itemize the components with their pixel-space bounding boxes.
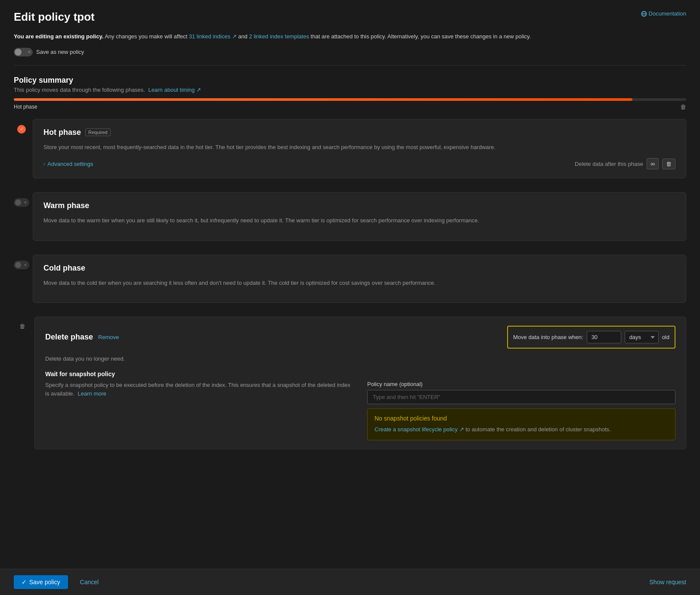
snapshot-left: Specify a snapshot policy to be executed… bbox=[45, 381, 353, 405]
linked-templates-link[interactable]: 2 linked index templates bbox=[249, 33, 310, 40]
infinity-button[interactable]: ∞ bbox=[647, 158, 659, 169]
policy-name-input[interactable] bbox=[367, 390, 675, 404]
linked-indices-link[interactable]: 31 linked indices ↗ bbox=[189, 33, 238, 40]
warm-phase-side: ✕ bbox=[14, 192, 29, 207]
hot-phase-title-row: Hot phase Required bbox=[43, 128, 111, 137]
warm-phase-description: Move data to the warm tier when you are … bbox=[43, 216, 675, 225]
warning-bold: You are editing an existing policy. bbox=[14, 33, 103, 40]
no-snapshot-desc: Create a snapshot lifecycle policy ↗ to … bbox=[375, 425, 668, 434]
snapshot-content-row: Specify a snapshot policy to be executed… bbox=[45, 381, 675, 440]
doc-link-text: Documentation bbox=[649, 10, 686, 17]
save-new-policy-toggle[interactable]: ✕ bbox=[14, 48, 33, 56]
delete-phase-header: Delete phase Remove Move data into phase… bbox=[45, 326, 675, 349]
snapshot-right: Policy name (optional) No snapshot polic… bbox=[367, 381, 675, 440]
learn-timing-link[interactable]: Learn about timing ↗ bbox=[149, 87, 201, 93]
progress-bar-fill bbox=[14, 98, 632, 101]
save-new-label: Save as new policy bbox=[36, 49, 84, 55]
main-content: Edit policy tpot Documentation You are e… bbox=[0, 0, 700, 569]
warm-toggle-x-icon: ✕ bbox=[24, 200, 27, 205]
cold-phase-title-row: Cold phase bbox=[43, 264, 85, 273]
remove-link[interactable]: Remove bbox=[98, 334, 119, 340]
warm-phase-header: Warm phase bbox=[43, 201, 675, 210]
delete-after-row: Delete data after this phase ∞ 🗑 bbox=[575, 158, 675, 169]
snapshot-desc: Specify a snapshot policy to be executed… bbox=[45, 381, 353, 398]
delete-phase-title-row: Delete phase Remove bbox=[45, 333, 119, 342]
globe-icon bbox=[641, 11, 647, 17]
snapshot-policy-section: Wait for snapshot policy Specify a snaps… bbox=[45, 371, 675, 440]
footer-bar: ✓ Save policy Cancel Show request bbox=[0, 569, 700, 595]
advanced-settings-button[interactable]: › Advanced settings bbox=[43, 161, 93, 167]
phase-label-row: Hot phase 🗑 bbox=[14, 103, 686, 110]
delete-progress-icon[interactable]: 🗑 bbox=[680, 103, 686, 110]
cancel-button[interactable]: Cancel bbox=[75, 575, 104, 589]
learn-more-link[interactable]: Learn more bbox=[78, 390, 106, 397]
hot-phase-wrapper: ✓ Hot phase Required Store your most rec… bbox=[14, 119, 686, 186]
hot-phase-title: Hot phase bbox=[43, 128, 81, 137]
advanced-settings-row: › Advanced settings Delete data after th… bbox=[43, 158, 675, 169]
hot-phase-bar-label: Hot phase bbox=[14, 104, 37, 110]
move-data-row: Move data into phase when: hours days mo… bbox=[507, 326, 675, 349]
cold-phase-description: Move data to the cold tier when you are … bbox=[43, 279, 675, 287]
documentation-link[interactable]: Documentation bbox=[641, 10, 686, 17]
no-snapshot-box: No snapshot policies found Create a snap… bbox=[367, 408, 675, 440]
progress-bar-bg bbox=[14, 98, 686, 101]
delete-phase-trash-button[interactable]: 🗑 bbox=[662, 159, 675, 169]
cold-phase-header: Cold phase bbox=[43, 264, 675, 273]
cold-toggle-x-icon: ✕ bbox=[24, 263, 27, 267]
cold-phase-title: Cold phase bbox=[43, 264, 85, 273]
cold-phase-side: ✕ bbox=[14, 255, 29, 269]
policy-summary-desc: This policy moves data through the follo… bbox=[14, 87, 686, 93]
policy-summary-section: Policy summary This policy moves data th… bbox=[14, 76, 686, 110]
page-wrapper: Edit policy tpot Documentation You are e… bbox=[0, 0, 700, 595]
progress-bar-container bbox=[14, 98, 686, 101]
show-request-button[interactable]: Show request bbox=[649, 579, 686, 586]
delete-phase-section: 🗑 Delete phase Remove Move data into pha… bbox=[14, 317, 686, 449]
days-number-input[interactable] bbox=[587, 331, 621, 343]
warning-banner: You are editing an existing policy. Any … bbox=[14, 32, 686, 41]
move-data-label: Move data into phase when: bbox=[513, 334, 583, 340]
cold-phase-toggle[interactable]: ✕ bbox=[14, 261, 29, 269]
hot-phase-description: Store your most recent, most frequently-… bbox=[43, 143, 675, 152]
warning-middle: Any changes you make will affect bbox=[105, 33, 189, 40]
cold-phase-card: Cold phase Move data to the cold tier wh… bbox=[33, 255, 686, 303]
save-new-policy-row: ✕ Save as new policy bbox=[14, 48, 686, 65]
delete-phase-left: 🗑 bbox=[14, 317, 31, 330]
delete-description: Delete data you no longer need. bbox=[45, 355, 675, 362]
cold-toggle-knob bbox=[15, 262, 21, 268]
snapshot-title: Wait for snapshot policy bbox=[45, 371, 675, 377]
warm-phase-wrapper: ✕ Warm phase Move data to the warm tier … bbox=[14, 192, 686, 248]
no-snapshot-title: No snapshot policies found bbox=[375, 415, 668, 422]
footer-left: ✓ Save policy Cancel bbox=[14, 575, 104, 589]
unit-select[interactable]: hours days months years bbox=[625, 331, 659, 343]
warm-phase-title-row: Warm phase bbox=[43, 201, 89, 210]
create-snapshot-link[interactable]: Create a snapshot lifecycle policy ↗ bbox=[375, 426, 465, 433]
page-header: Edit policy tpot Documentation bbox=[14, 10, 686, 24]
delete-phase-title: Delete phase bbox=[45, 333, 93, 342]
toggle-x-icon: ✕ bbox=[28, 50, 31, 54]
old-label: old bbox=[662, 334, 669, 340]
cold-phase-wrapper: ✕ Cold phase Move data to the cold tier … bbox=[14, 255, 686, 310]
warm-phase-toggle[interactable]: ✕ bbox=[14, 198, 29, 207]
warm-toggle-knob bbox=[15, 199, 21, 206]
hot-phase-side: ✓ bbox=[14, 119, 29, 134]
policy-summary-title: Policy summary bbox=[14, 76, 686, 85]
checkmark-icon: ✓ bbox=[22, 579, 27, 586]
delete-phase-card: Delete phase Remove Move data into phase… bbox=[34, 317, 686, 449]
toggle-knob bbox=[15, 49, 22, 56]
hot-phase-card: Hot phase Required Store your most recen… bbox=[33, 119, 686, 179]
page-title: Edit policy tpot bbox=[14, 10, 95, 24]
policy-name-label: Policy name (optional) bbox=[367, 381, 675, 387]
hot-phase-dot: ✓ bbox=[17, 125, 26, 134]
required-badge: Required bbox=[85, 128, 111, 136]
save-button[interactable]: ✓ Save policy bbox=[14, 575, 68, 589]
warm-phase-card: Warm phase Move data to the warm tier wh… bbox=[33, 192, 686, 241]
delete-phase-trash-side-icon[interactable]: 🗑 bbox=[19, 323, 25, 330]
warm-phase-title: Warm phase bbox=[43, 201, 89, 210]
hot-phase-header: Hot phase Required bbox=[43, 128, 675, 137]
chevron-right-icon: › bbox=[43, 162, 45, 166]
